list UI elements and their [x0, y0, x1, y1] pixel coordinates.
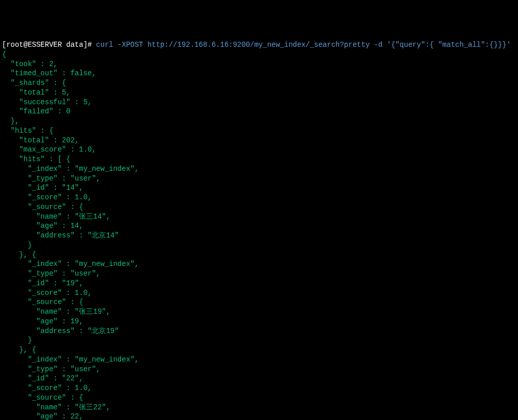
shell-command: curl -XPOST http://192.168.6.16:9200/my_… — [96, 41, 511, 49]
shell-prompt: [root@ESSERVER data]# — [2, 41, 92, 49]
terminal-window[interactable]: [root@ESSERVER data]# curl -XPOST http:/… — [2, 40, 518, 420]
json-output: { "took" : 2, "timed_out" : false, "_sha… — [2, 50, 139, 420]
